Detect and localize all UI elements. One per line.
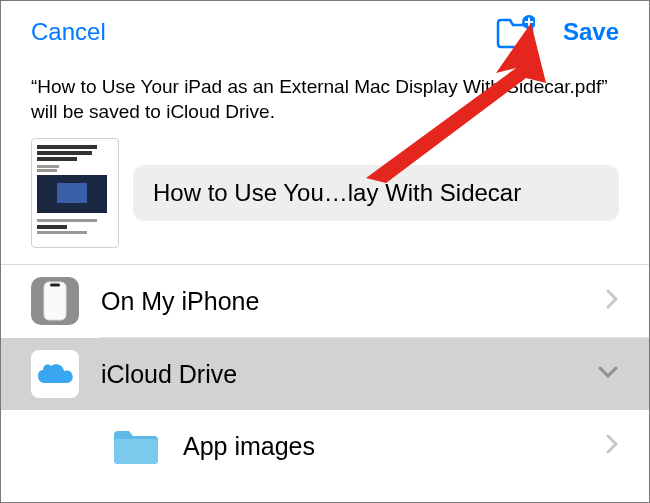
folder-icon (111, 426, 161, 466)
svg-rect-2 (50, 284, 60, 287)
location-on-my-iphone[interactable]: On My iPhone (1, 265, 649, 337)
folder-label: App images (183, 432, 583, 461)
chevron-down-icon (597, 365, 619, 383)
save-button[interactable]: Save (563, 18, 619, 46)
iphone-icon (31, 277, 79, 325)
cancel-button[interactable]: Cancel (31, 18, 106, 46)
folder-app-images[interactable]: App images (1, 410, 649, 482)
svg-rect-3 (114, 439, 158, 464)
location-label: iCloud Drive (101, 360, 575, 389)
location-label: On My iPhone (101, 287, 583, 316)
chevron-right-icon (605, 433, 619, 459)
chevron-right-icon (605, 288, 619, 314)
location-icloud-drive[interactable]: iCloud Drive (1, 338, 649, 410)
file-thumbnail (31, 138, 119, 248)
new-folder-icon[interactable] (495, 14, 535, 50)
header-actions: Save (495, 14, 619, 50)
save-prompt-text: “How to Use Your iPad as an External Mac… (1, 59, 649, 132)
icloud-icon (31, 350, 79, 398)
file-preview-row: How to Use You…lay With Sidecar (1, 132, 649, 264)
filename-field[interactable]: How to Use You…lay With Sidecar (133, 165, 619, 221)
sheet-header: Cancel Save (1, 1, 649, 59)
svg-rect-1 (44, 282, 66, 320)
